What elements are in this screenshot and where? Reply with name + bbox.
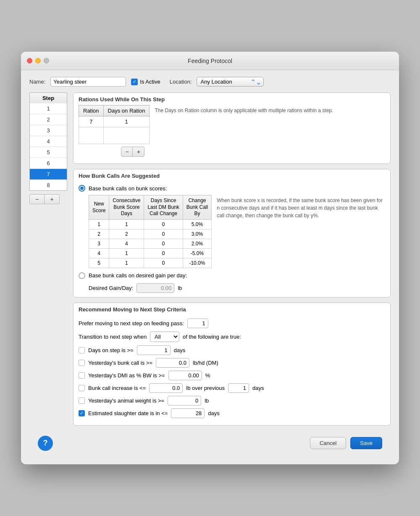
slaughter-input[interactable] — [171, 408, 205, 418]
is-active-label: Is Active — [140, 79, 160, 85]
bunk-td: 2 — [89, 229, 109, 239]
bunk-note: When bunk score x is recorded, if the sa… — [217, 195, 385, 268]
ration-controls: − + — [79, 144, 150, 159]
desired-gain-radio[interactable] — [79, 272, 85, 279]
add-step-button[interactable]: + — [45, 194, 60, 204]
bunk-table-area: NewScore ConsecutiveBunk ScoreDays Days … — [89, 195, 385, 268]
step-item-5[interactable]: 5 — [30, 147, 67, 158]
step-controls: − + — [29, 194, 67, 204]
bunk-td: 0 — [144, 229, 183, 239]
criteria-inner: Prefer moving to next step on feeding pa… — [74, 315, 390, 425]
desired-gain-label: Desired Gain/Day: — [89, 285, 133, 291]
is-active-row: ✓ Is Active — [131, 79, 160, 85]
dmi-unit: % — [205, 372, 210, 379]
desired-gain-input[interactable] — [136, 283, 174, 293]
animal-weight-input[interactable] — [168, 396, 201, 405]
bunk-increase-days-input[interactable] — [228, 383, 249, 393]
bunk-section: How Bunk Calls Are Suggested Base bunk c… — [73, 169, 391, 297]
bunk-increase-checkbox[interactable] — [79, 385, 85, 391]
animal-weight-checkbox[interactable] — [79, 398, 85, 404]
prefer-input[interactable] — [187, 319, 208, 328]
step-item-4[interactable]: 4 — [30, 136, 67, 147]
bunk-td: 0 — [144, 248, 183, 258]
main-layout: Step 1 2 3 4 5 6 7 8 − + — [29, 92, 391, 431]
table-row-empty — [79, 127, 150, 144]
bunk-td: -10.0% — [183, 258, 211, 268]
ration-col-header: Ration — [79, 105, 104, 116]
transition-row: Transition to next step when All Any of … — [79, 332, 385, 342]
days-on-step-checkbox[interactable] — [79, 347, 85, 353]
ration-table: Ration Days on Ration 7 1 — [79, 105, 150, 144]
step-item-3[interactable]: 3 — [30, 125, 67, 136]
header-row: Name: ✓ Is Active Location: Any Location… — [29, 77, 391, 87]
table-row: 5 1 0 -10.0% — [89, 258, 212, 268]
days-on-step-unit: days — [174, 347, 185, 353]
ration-table-container: Ration Days on Ration 7 1 — [79, 105, 150, 159]
remove-ration-button[interactable]: − — [121, 147, 133, 157]
bunk-th-consecutive: ConsecutiveBunk ScoreDays — [109, 195, 144, 220]
step-item-8[interactable]: 8 — [30, 180, 67, 190]
step-item-1[interactable]: 1 — [30, 103, 67, 114]
prefer-label: Prefer moving to next step on feeding pa… — [79, 320, 184, 326]
criteria-title: Recommend Moving to Next Step Criteria — [74, 303, 390, 315]
dmi-input[interactable] — [168, 371, 202, 380]
bunk-table: NewScore ConsecutiveBunk ScoreDays Days … — [89, 195, 212, 268]
add-ration-button[interactable]: + — [133, 147, 144, 157]
cancel-button[interactable]: Cancel — [310, 437, 346, 449]
bunk-td: 1 — [109, 248, 144, 258]
bunk-increase-input[interactable] — [149, 383, 183, 393]
dmi-row: Yesterday's DMI as % BW is >= % — [79, 371, 385, 380]
location-select-wrapper: Any Location Location 1 Location 2 ⌃⌄ — [197, 77, 264, 87]
bunk-td: 5.0% — [183, 219, 211, 229]
days-on-step-input[interactable] — [137, 345, 171, 355]
table-row: 3 4 0 2.0% — [89, 239, 212, 248]
dmi-checkbox[interactable] — [79, 372, 85, 379]
radio2-row: Base bunk calls on desired gain per day: — [79, 272, 385, 279]
bunk-call-input[interactable] — [156, 358, 189, 368]
ration-cell: 7 — [79, 116, 104, 127]
bunk-call-checkbox[interactable] — [79, 360, 85, 366]
dmi-label: Yesterday's DMI as % BW is >= — [88, 372, 165, 379]
step-item-2[interactable]: 2 — [30, 114, 67, 125]
right-panel: Rations Used While On This Step Ration D… — [73, 92, 391, 431]
slaughter-checkbox[interactable]: ✓ — [79, 410, 85, 416]
radio1-row: Base bunk calls on bunk scores: — [79, 185, 385, 192]
desired-gain-row: Desired Gain/Day: lb — [79, 283, 385, 293]
table-row: 1 1 0 5.0% — [89, 219, 212, 229]
bunk-td: 0 — [144, 239, 183, 248]
save-button[interactable]: Save — [350, 437, 382, 449]
rations-section: Rations Used While On This Step Ration D… — [73, 92, 391, 164]
days-cell: 1 — [103, 116, 150, 127]
criteria-section: Recommend Moving to Next Step Criteria P… — [73, 303, 391, 426]
bunk-th-days-since: Days SinceLast DM BunkCall Change — [144, 195, 183, 220]
bunk-score-radio[interactable] — [79, 185, 85, 192]
bunk-td: -5.0% — [183, 248, 211, 258]
table-row: 2 2 0 3.0% — [89, 229, 212, 239]
step-item-6[interactable]: 6 — [30, 158, 67, 169]
bunk-td: 5 — [89, 258, 109, 268]
slaughter-label: Estimated slaughter date is in <= — [88, 410, 168, 416]
bunk-call-row: Yesterday's bunk call is >= lb/hd (DM) — [79, 358, 385, 368]
traffic-lights — [27, 58, 49, 63]
bunk-td: 0 — [144, 258, 183, 268]
bunk-td: 4 — [89, 248, 109, 258]
maximize-button[interactable] — [44, 58, 49, 63]
minimize-button[interactable] — [35, 58, 41, 63]
bunk-increase-label: Bunk call increase is <= — [88, 385, 146, 391]
help-button[interactable]: ? — [38, 436, 53, 451]
slaughter-unit: days — [208, 410, 219, 416]
location-select[interactable]: Any Location Location 1 Location 2 — [197, 77, 264, 87]
main-window: Feeding Protocol Name: ✓ Is Active Locat… — [21, 52, 399, 464]
close-button[interactable] — [27, 58, 32, 63]
window-content: Name: ✓ Is Active Location: Any Location… — [21, 70, 399, 464]
step-item-7[interactable]: 7 — [30, 169, 67, 180]
is-active-checkbox[interactable]: ✓ — [131, 79, 138, 85]
bunk-increase-unit: lb over previous — [186, 385, 225, 391]
prefer-row: Prefer moving to next step on feeding pa… — [79, 319, 385, 328]
days-on-step-row: Days on step is >= days — [79, 345, 385, 355]
animal-weight-label: Yesterday's animal weight is >= — [88, 398, 164, 404]
remove-step-button[interactable]: − — [29, 194, 45, 204]
all-select[interactable]: All Any — [150, 332, 179, 342]
window-title: Feeding Protocol — [188, 58, 232, 64]
name-input[interactable] — [50, 77, 126, 87]
